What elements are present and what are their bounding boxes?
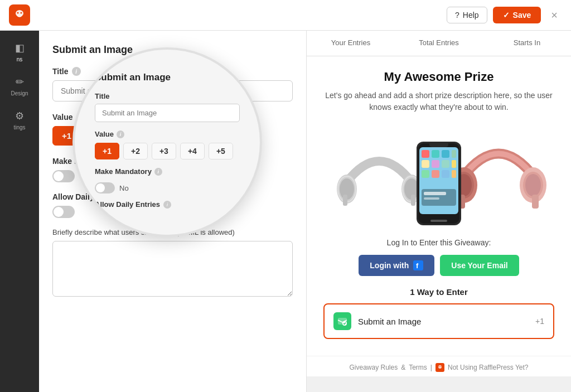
sidebar: ◧ ns ✏ Design ⚙ tings bbox=[0, 31, 39, 392]
svg-rect-23 bbox=[432, 170, 439, 178]
circle-mandatory-label: Make Mandatory bbox=[95, 167, 152, 176]
footer-rules-term-sep: & bbox=[401, 364, 405, 371]
svg-point-44 bbox=[439, 366, 439, 367]
sidebar-icon-ns: ◧ bbox=[15, 42, 25, 54]
daily-toggle[interactable] bbox=[52, 206, 75, 218]
svg-point-1 bbox=[17, 12, 19, 14]
save-button[interactable]: ✓ Save bbox=[493, 7, 541, 23]
help-label: Help bbox=[463, 11, 479, 20]
circle-daily-row: Allow Daily Entries i bbox=[95, 200, 240, 209]
circle-mandatory-toggle[interactable] bbox=[95, 182, 115, 193]
sidebar-label-settings: tings bbox=[13, 124, 25, 130]
circle-title: Submit an Image bbox=[95, 72, 240, 83]
tab-total-entries[interactable]: Total Entries bbox=[395, 31, 483, 56]
circle-mandatory-row: Make Mandatory i bbox=[95, 167, 240, 176]
circle-value-btn-4[interactable]: +4 bbox=[180, 143, 205, 159]
svg-rect-21 bbox=[452, 160, 456, 168]
svg-point-2 bbox=[21, 12, 22, 14]
footer-logo bbox=[435, 363, 444, 372]
svg-rect-14 bbox=[422, 150, 429, 158]
entry-label: Submit an Image bbox=[358, 317, 529, 326]
right-panel: Your Entries Total Entries Starts In My … bbox=[307, 31, 571, 392]
prize-title: My Awesome Prize bbox=[323, 70, 554, 84]
mandatory-toggle[interactable] bbox=[52, 170, 75, 182]
sidebar-icon-design: ✏ bbox=[16, 76, 24, 88]
svg-rect-22 bbox=[422, 170, 429, 178]
circle-value-btn-1[interactable]: +1 bbox=[95, 143, 119, 159]
svg-rect-16 bbox=[442, 150, 449, 158]
sidebar-item-settings[interactable]: ⚙ tings bbox=[0, 104, 39, 136]
circle-value-btn-2[interactable]: +2 bbox=[123, 143, 148, 159]
sidebar-item-design[interactable]: ✏ Design bbox=[0, 70, 39, 102]
circle-value-btn-5[interactable]: +5 bbox=[209, 143, 233, 159]
login-buttons: Login with f Use Your Email bbox=[323, 255, 554, 276]
entry-item: Submit an Image +1 bbox=[323, 303, 554, 339]
svg-point-45 bbox=[441, 366, 441, 367]
phone-center-image bbox=[414, 139, 464, 228]
svg-text:f: f bbox=[416, 262, 419, 270]
facebook-icon: f bbox=[413, 260, 423, 270]
circle-value-btn-3[interactable]: +3 bbox=[152, 143, 176, 159]
sidebar-icon-settings: ⚙ bbox=[15, 110, 24, 122]
tab-your-entries[interactable]: Your Entries bbox=[307, 31, 395, 56]
entry-points: +1 bbox=[535, 317, 544, 326]
login-prompt: Log In to Enter this Giveaway: bbox=[323, 238, 554, 247]
svg-rect-9 bbox=[343, 195, 347, 206]
svg-rect-15 bbox=[432, 150, 439, 158]
sidebar-label-ns: ns bbox=[17, 56, 23, 62]
entry-icon bbox=[333, 312, 351, 330]
svg-rect-20 bbox=[442, 160, 449, 168]
svg-rect-25 bbox=[452, 170, 456, 178]
svg-rect-24 bbox=[442, 170, 449, 178]
circle-mandatory-toggle-row: No bbox=[95, 182, 240, 193]
svg-point-36 bbox=[525, 174, 541, 196]
circle-title-input[interactable] bbox=[95, 104, 240, 122]
use-email-button[interactable]: Use Your Email bbox=[440, 255, 519, 276]
title-help-icon[interactable]: i bbox=[72, 67, 81, 76]
sidebar-label-design: Design bbox=[11, 90, 28, 96]
circle-value-label: Value i bbox=[95, 130, 240, 138]
circle-mandatory-help[interactable]: i bbox=[154, 168, 162, 176]
not-using-link[interactable]: Not Using RafflePress Yet? bbox=[448, 364, 529, 371]
check-icon: ✓ bbox=[503, 11, 510, 20]
svg-rect-18 bbox=[422, 160, 429, 168]
login-with-facebook-button[interactable]: Login with f bbox=[359, 255, 434, 276]
svg-rect-29 bbox=[424, 192, 446, 195]
desc-textarea[interactable] bbox=[52, 241, 293, 297]
circle-value-help-icon[interactable]: i bbox=[117, 130, 124, 138]
svg-point-43 bbox=[438, 365, 442, 369]
circle-mandatory-toggle-label: No bbox=[119, 184, 129, 192]
circle-daily-help[interactable]: i bbox=[163, 201, 171, 209]
svg-rect-19 bbox=[432, 160, 439, 168]
top-bar-actions: ? Help ✓ Save × bbox=[447, 7, 562, 24]
svg-rect-30 bbox=[424, 197, 439, 200]
sidebar-item-ns[interactable]: ◧ ns bbox=[0, 36, 39, 68]
giveaway-rules-link[interactable]: Giveaway Rules bbox=[349, 364, 398, 371]
preview-tabs: Your Entries Total Entries Starts In bbox=[307, 31, 571, 56]
top-bar: ? Help ✓ Save × bbox=[0, 0, 571, 31]
login-with-label: Login with bbox=[370, 261, 409, 270]
prize-desc: Let's go ahead and add a short prize des… bbox=[323, 90, 554, 113]
svg-rect-27 bbox=[430, 220, 447, 222]
headphone-left-image bbox=[335, 133, 424, 228]
tab-starts-in[interactable]: Starts In bbox=[483, 31, 571, 56]
svg-point-0 bbox=[16, 10, 23, 17]
magnifier-overlay: Submit an Image Title Value i +1 +2 +3 +… bbox=[72, 47, 262, 237]
circle-title-label: Title bbox=[95, 92, 240, 100]
app-logo bbox=[9, 4, 30, 26]
save-label: Save bbox=[513, 11, 531, 20]
help-button[interactable]: ? Help bbox=[447, 7, 487, 23]
svg-rect-38 bbox=[532, 195, 539, 209]
question-icon: ? bbox=[455, 11, 459, 20]
svg-rect-26 bbox=[429, 142, 448, 147]
prize-images bbox=[323, 122, 554, 228]
circle-value-buttons: +1 +2 +3 +4 +5 bbox=[95, 143, 240, 159]
close-button[interactable]: × bbox=[546, 7, 562, 24]
terms-link[interactable]: Terms bbox=[409, 364, 427, 371]
svg-rect-17 bbox=[452, 150, 456, 158]
preview-card: Your Entries Total Entries Starts In My … bbox=[307, 31, 571, 376]
circle-daily-label: Allow Daily Entries bbox=[95, 200, 160, 209]
footer-pipe: | bbox=[430, 364, 432, 371]
main-area: Submit an Image Title i Value i +1 +2 +3… bbox=[39, 31, 571, 392]
ways-to-enter: 1 Way to Enter bbox=[323, 287, 554, 297]
